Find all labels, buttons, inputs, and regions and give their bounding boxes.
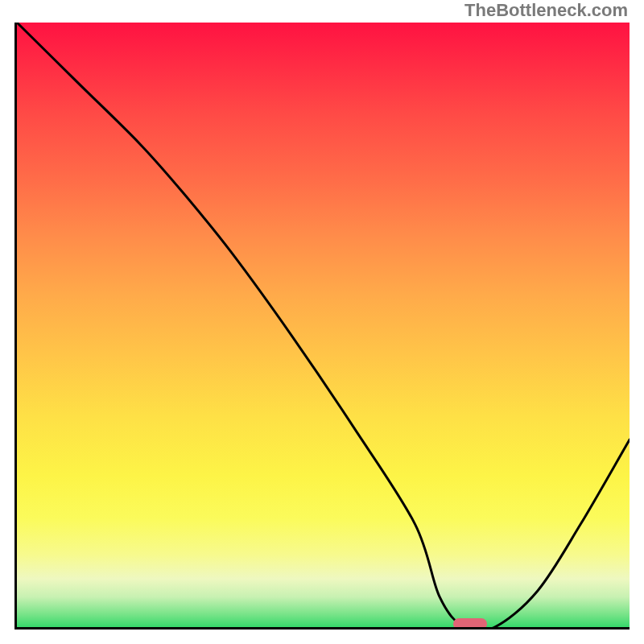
watermark-text: TheBottleneck.com xyxy=(464,0,628,21)
plot-area xyxy=(17,23,630,627)
optimal-marker xyxy=(453,618,487,627)
bottleneck-curve xyxy=(17,23,630,627)
curve-svg xyxy=(17,23,630,627)
chart-container: TheBottleneck.com xyxy=(0,0,644,644)
